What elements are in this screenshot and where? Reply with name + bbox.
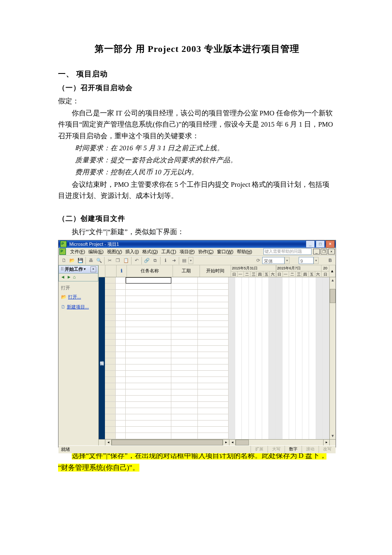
grid-cell[interactable] (116, 364, 126, 371)
grid-cell[interactable] (116, 321, 126, 327)
row-header-cell[interactable] (105, 290, 116, 296)
row-header-cell[interactable] (105, 277, 116, 284)
horizontal-scrollbar[interactable]: ◂ ▸ ◂ ▸ (99, 439, 336, 445)
grid-cell[interactable] (198, 383, 229, 389)
grid-cell[interactable] (171, 433, 198, 439)
grid-cell[interactable] (198, 358, 229, 364)
grid-cell[interactable] (126, 433, 171, 439)
grid-cell[interactable] (126, 414, 171, 421)
grid-cell[interactable] (171, 358, 198, 364)
print-preview-icon[interactable]: 🔍 (95, 257, 103, 265)
grid-cell[interactable] (126, 296, 171, 302)
grid-cell[interactable] (198, 371, 229, 377)
print-icon[interactable]: 🖶 (87, 257, 95, 265)
menu-view[interactable]: 视图(V) (105, 248, 124, 255)
task-pane-close-icon[interactable]: × (90, 266, 96, 272)
grid-cell[interactable] (198, 427, 229, 433)
grid-cell[interactable] (126, 383, 171, 389)
scroll-thumb[interactable] (330, 289, 336, 303)
grid-cell[interactable] (116, 402, 126, 408)
grid-cell[interactable] (171, 340, 198, 346)
grid-cell[interactable] (198, 290, 229, 296)
grid-cell[interactable] (116, 290, 126, 296)
row-header-cell[interactable] (105, 346, 116, 352)
grid-cell[interactable] (126, 327, 171, 333)
scroll-up-arrow-icon[interactable]: ▲ (331, 277, 335, 284)
hscroll2-left-icon[interactable]: ◂ (229, 440, 236, 445)
grid-cell[interactable] (171, 284, 198, 290)
grid-cell[interactable] (116, 408, 126, 414)
unlink-icon[interactable]: ⧉ (151, 257, 159, 265)
pane-new-link[interactable]: 新建项目... (67, 304, 89, 309)
hscroll-left-icon[interactable]: ◂ (105, 440, 112, 445)
grid-cell[interactable] (198, 315, 229, 321)
grid-cell[interactable] (126, 290, 171, 296)
grid-cell[interactable] (126, 358, 171, 364)
row-header-cell[interactable] (105, 321, 116, 327)
grid-cell[interactable] (116, 340, 126, 346)
grid-cell[interactable] (198, 408, 229, 414)
grid-cell[interactable] (171, 396, 198, 402)
grid-cell[interactable] (171, 377, 198, 383)
grid-cell[interactable] (116, 277, 126, 284)
grid-cell[interactable] (126, 427, 171, 433)
menu-help[interactable]: 帮助(H) (235, 248, 254, 255)
grid-cell[interactable] (198, 402, 229, 408)
grid-cell[interactable] (126, 340, 171, 346)
grid-cell[interactable] (126, 333, 171, 340)
row-header-cell[interactable] (105, 433, 116, 439)
grid-cell[interactable] (171, 383, 198, 389)
grid-cell[interactable] (171, 296, 198, 302)
font-name-box[interactable]: 宋体 (262, 257, 285, 264)
grid-cell[interactable] (116, 302, 126, 308)
maximize-button[interactable]: □ (316, 240, 325, 248)
grid-cell[interactable] (198, 433, 229, 439)
grid-cell[interactable] (126, 284, 171, 290)
grid-cell[interactable] (171, 364, 198, 371)
font-size-dropdown-icon[interactable]: ▾ (314, 257, 319, 264)
grid-cell[interactable] (126, 277, 171, 284)
menu-tools[interactable]: 工具(T) (160, 248, 178, 255)
grid-cell[interactable] (126, 308, 171, 315)
grid-cell[interactable] (171, 371, 198, 377)
grid-cell[interactable] (126, 377, 171, 383)
menu-edit[interactable]: 编辑(E) (87, 248, 105, 255)
menu-collab[interactable]: 协作(C) (197, 248, 215, 255)
grid-cell[interactable] (116, 358, 126, 364)
row-header-cell[interactable] (105, 383, 116, 389)
row-header-cell[interactable] (105, 315, 116, 321)
font-size-box[interactable]: 9 (299, 257, 314, 264)
grid-cell[interactable] (171, 333, 198, 340)
grid-cell[interactable] (171, 352, 198, 358)
grid-cell[interactable] (116, 308, 126, 315)
hscroll2-right-icon[interactable]: ▸ (323, 440, 329, 445)
grid-cell[interactable] (171, 290, 198, 296)
grid-cell[interactable] (198, 302, 229, 308)
row-header-cell[interactable] (105, 377, 116, 383)
grid-cell[interactable] (116, 427, 126, 433)
grid-cell[interactable] (116, 414, 126, 421)
grid-cell[interactable] (198, 389, 229, 396)
row-header-cell[interactable] (105, 389, 116, 396)
hscroll-thumb-left[interactable] (112, 440, 223, 445)
grid-cell[interactable] (116, 333, 126, 340)
minimize-button[interactable]: _ (306, 240, 315, 248)
grid-cell[interactable] (171, 389, 198, 396)
grid-cell[interactable] (171, 302, 198, 308)
doc-close-button[interactable]: × (328, 249, 335, 254)
doc-min-button[interactable]: _ (313, 249, 320, 254)
view-strip-gantt[interactable]: 甘特图 (99, 277, 105, 439)
grid-cell[interactable] (116, 371, 126, 377)
group-dropdown-icon[interactable]: ▾ (188, 257, 193, 264)
grid-cell[interactable] (116, 433, 126, 439)
grid-cell[interactable] (171, 321, 198, 327)
row-header-cell[interactable] (105, 327, 116, 333)
copy-icon[interactable]: ❐ (114, 257, 122, 265)
grid-cell[interactable] (126, 364, 171, 371)
grid-cell[interactable] (171, 277, 198, 284)
row-header-cell[interactable] (105, 352, 116, 358)
grid-cell[interactable] (198, 327, 229, 333)
grid-cell[interactable] (171, 315, 198, 321)
row-header-cell[interactable] (105, 284, 116, 290)
grid-cell[interactable] (116, 383, 126, 389)
